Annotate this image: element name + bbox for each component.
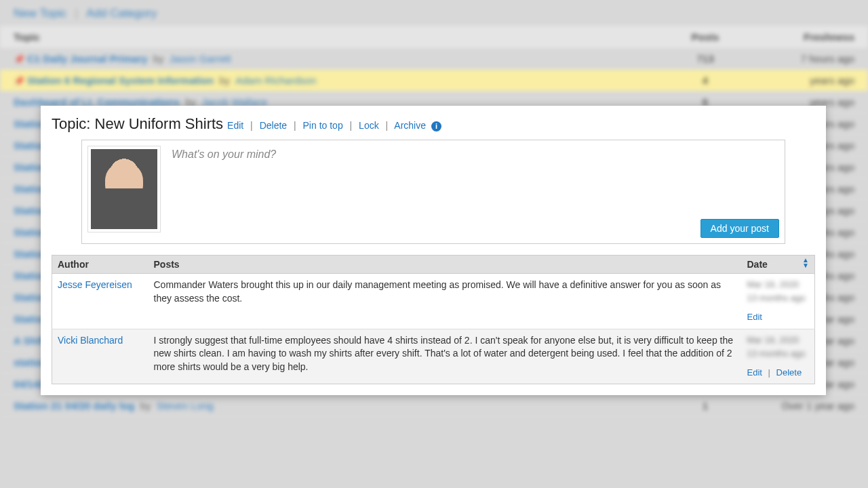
post-date: Mar 18, 2020 <box>747 334 810 346</box>
sort-icon[interactable]: ▲▼ <box>802 258 809 268</box>
table-row: Jesse Feyereisen Commander Waters brough… <box>52 274 815 329</box>
topic-actions: Edit | Delete | Pin to top | Lock | Arch… <box>227 120 441 131</box>
add-post-button[interactable]: Add your post <box>701 219 779 238</box>
col-posts: Posts <box>665 26 746 48</box>
pin-icon: 📌 <box>14 54 24 64</box>
table-row: Vicki Blanchard I strongly suggest that … <box>52 329 815 384</box>
col-post[interactable]: Posts <box>149 256 742 274</box>
post-body: Commander Waters brought this up in our … <box>149 274 742 329</box>
info-icon[interactable]: i <box>431 121 441 131</box>
post-author-link[interactable]: Jesse Feyereisen <box>58 279 132 290</box>
pin-topic-link[interactable]: Pin to top <box>303 120 343 131</box>
archive-topic-link[interactable]: Archive <box>394 120 426 131</box>
pin-icon: 📌 <box>14 76 24 86</box>
col-topic: Topic <box>0 26 665 48</box>
topic-title: Topic: New Uniform Shirts <box>52 115 223 133</box>
post-author-link[interactable]: Vicki Blanchard <box>58 335 123 346</box>
edit-post-link[interactable]: Edit <box>747 312 762 322</box>
post-relative-date: 13 months ago <box>747 348 810 360</box>
post-body: I strongly suggest that full-time employ… <box>149 329 742 384</box>
avatar <box>87 146 161 232</box>
lock-topic-link[interactable]: Lock <box>359 120 379 131</box>
table-row[interactable]: Station 21 04/20 daily log by Steven Lon… <box>0 395 868 417</box>
topic-modal: Topic: New Uniform Shirts Edit | Delete … <box>41 106 826 395</box>
col-freshness: Freshness <box>746 26 868 48</box>
new-topic-link[interactable]: New Topic <box>14 7 66 20</box>
col-author[interactable]: Author <box>52 256 149 274</box>
posts-table: Author Posts Date ▲▼ Jesse Feyereisen Co… <box>52 255 815 384</box>
post-relative-date: 13 months ago <box>747 292 810 304</box>
edit-post-link[interactable]: Edit <box>747 367 762 378</box>
delete-topic-link[interactable]: Delete <box>260 120 287 131</box>
add-category-link[interactable]: Add Category <box>86 7 157 20</box>
post-date: Mar 18, 2020 <box>747 279 810 291</box>
table-row[interactable]: 📌C1 Daily Journal Primary by Jason Garre… <box>0 48 868 70</box>
col-date[interactable]: Date ▲▼ <box>742 256 815 274</box>
compose-box: What's on your mind? Add your post <box>81 140 785 244</box>
table-row[interactable]: 📌Station 6 Regional System Information b… <box>0 70 868 92</box>
edit-topic-link[interactable]: Edit <box>227 120 243 131</box>
compose-input[interactable]: What's on your mind? <box>172 146 779 232</box>
delete-post-link[interactable]: Delete <box>776 367 802 378</box>
background-top-links: New Topic | Add Category <box>0 0 868 26</box>
